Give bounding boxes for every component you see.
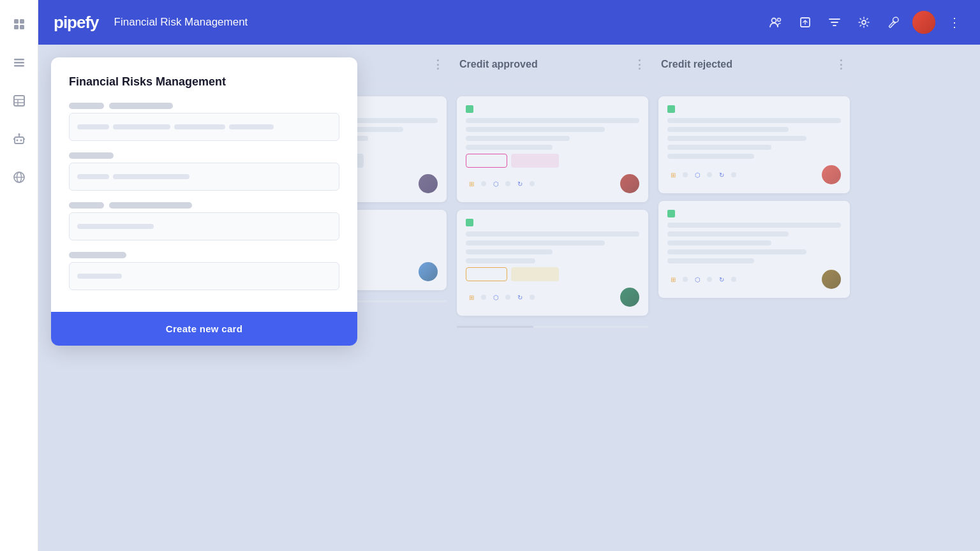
create-card-modal: Financial Risks Management: [51, 57, 357, 346]
grid-icon[interactable]: [8, 13, 31, 36]
list-icon[interactable]: [8, 51, 31, 74]
main-area: pipefy Financial Risk Management: [38, 0, 980, 551]
svg-rect-4: [14, 59, 24, 61]
page-title: Financial Risk Management: [114, 16, 248, 29]
input-placeholder: [229, 124, 274, 129]
globe-icon[interactable]: [8, 166, 31, 189]
svg-rect-3: [20, 25, 24, 29]
wrench-icon[interactable]: [883, 12, 903, 33]
modal-body: Financial Risks Management: [51, 57, 357, 312]
input-placeholder: [113, 174, 189, 179]
form-input-3[interactable]: [69, 212, 339, 240]
export-icon[interactable]: [795, 12, 815, 33]
input-placeholder: [113, 124, 170, 129]
svg-point-22: [778, 18, 781, 22]
form-label-block: [69, 252, 126, 258]
form-input-4[interactable]: [69, 262, 339, 290]
people-icon[interactable]: [766, 12, 786, 33]
svg-rect-2: [14, 25, 19, 29]
form-label-block: [69, 202, 104, 209]
svg-point-24: [862, 20, 866, 24]
svg-rect-1: [20, 19, 24, 24]
header-right: ⋮: [766, 11, 965, 34]
svg-point-12: [16, 140, 18, 142]
header-left: pipefy Financial Risk Management: [54, 13, 248, 33]
form-label-block: [69, 152, 114, 159]
svg-rect-5: [14, 62, 24, 64]
header-more-icon[interactable]: ⋮: [944, 12, 965, 33]
logo: pipefy: [54, 13, 99, 33]
input-placeholder: [77, 174, 109, 179]
form-label-row-2: [69, 152, 339, 159]
bot-icon[interactable]: [8, 128, 31, 151]
form-label-row-1: [69, 103, 339, 109]
create-new-card-button[interactable]: Create new card: [51, 312, 357, 346]
user-avatar[interactable]: [912, 11, 935, 34]
input-placeholder: [174, 124, 225, 129]
svg-rect-0: [14, 19, 19, 24]
modal-title: Financial Risks Management: [69, 75, 339, 89]
svg-rect-11: [15, 137, 24, 143]
svg-rect-7: [14, 96, 24, 106]
input-placeholder: [77, 274, 122, 279]
svg-point-15: [18, 133, 20, 135]
header: pipefy Financial Risk Management: [38, 0, 980, 45]
form-label-block: [69, 103, 104, 109]
form-label-block: [109, 103, 173, 109]
input-placeholder: [77, 224, 154, 229]
settings-icon[interactable]: [854, 12, 874, 33]
form-input-1[interactable]: [69, 113, 339, 141]
form-label-row-4: [69, 252, 339, 258]
sidebar: [0, 0, 38, 551]
filter-icon[interactable]: [824, 12, 845, 33]
form-input-2[interactable]: [69, 163, 339, 191]
svg-point-21: [772, 18, 776, 23]
input-placeholder: [77, 124, 109, 129]
svg-rect-6: [14, 65, 24, 67]
table-icon[interactable]: [8, 89, 31, 112]
board-area: Credit analysis + ⋮: [38, 45, 980, 551]
svg-point-13: [20, 140, 22, 142]
form-label-block: [109, 202, 192, 209]
create-card-label: Create new card: [166, 323, 242, 334]
form-label-row-3: [69, 202, 339, 209]
